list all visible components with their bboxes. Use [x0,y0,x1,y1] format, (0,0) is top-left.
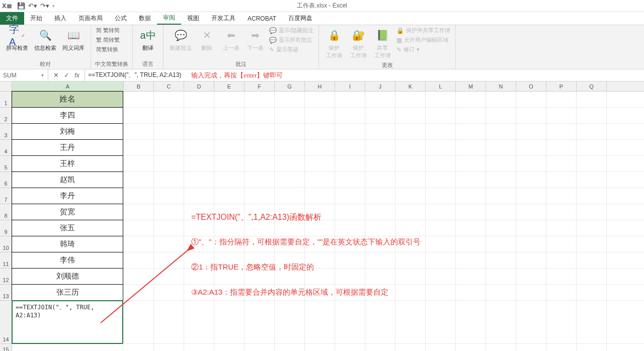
tab-home[interactable]: 开始 [24,12,48,25]
cell-A15[interactable] [12,343,123,351]
conv-button[interactable]: 简繁转换 [95,45,121,54]
annotation-3: ③A2:A13：指需要合并内容的单元格区域，可根据需要自定 [191,288,388,297]
spelling-button[interactable]: 字A✓ 拼写检查 [4,26,30,53]
row-header-9[interactable]: 9 [0,220,12,236]
protect-wb-button[interactable]: 🔐 保护 工作簿 [347,26,369,60]
save-icon[interactable]: 💾 [17,2,25,10]
row-header-11[interactable]: 11 [0,252,12,269]
row-header-10[interactable]: 10 [0,236,12,252]
row-header-7[interactable]: 7 [0,188,12,204]
tab-acrobat[interactable]: ACROBAT [242,12,282,25]
column-header-J[interactable]: J [365,81,395,91]
select-all-corner[interactable] [0,81,12,91]
share-wb-button[interactable]: 📗 共享 工作簿 [371,26,393,60]
show-all-comments-button[interactable]: 💬显示所有批注 [268,36,314,44]
cell-A12[interactable]: 刘顺德 [12,268,123,285]
row-header-1[interactable]: 1 [0,92,12,108]
row-header-8[interactable]: 8 [0,204,12,220]
column-header-O[interactable]: O [516,81,546,91]
row-header-2[interactable]: 2 [0,108,12,124]
cell-A10[interactable]: 韩琦 [12,236,123,252]
cell-A7[interactable]: 李丹 [12,188,123,204]
tab-formulas[interactable]: 公式 [109,12,133,25]
column-header-Q[interactable]: Q [577,81,607,91]
tab-layout[interactable]: 页面布局 [72,12,109,25]
cell-A5[interactable]: 王梓 [12,155,123,172]
row-header-14[interactable]: 14 [0,301,12,344]
cell-A9[interactable]: 张五 [12,220,123,236]
column-header-C[interactable]: C [154,81,184,91]
enter-icon[interactable]: ✓ [64,71,69,79]
delete-comment-button[interactable]: ✕ 删除 [196,26,218,53]
column-header-P[interactable]: P [546,81,577,91]
cell-A8[interactable]: 贺宽 [12,204,123,220]
column-header-E[interactable]: E [214,81,245,91]
protect-share-button[interactable]: 🔒保护并共享工作簿 [395,26,451,35]
new-comment-button[interactable]: 💬 新建批注 [168,26,194,53]
column-header-B[interactable]: B [124,81,154,91]
translate-button[interactable]: a中 翻译 [137,26,159,53]
column-header-G[interactable]: G [275,81,305,91]
excel-icon: X≣ [2,2,12,10]
allow-edit-button[interactable]: ▦允许用户编辑区域 [395,36,451,44]
comments-icon: 💬 [269,37,277,44]
quick-access-toolbar: X≣ 💾 ↶▾ ↷▾ ▾ [2,2,55,10]
cell-A3[interactable]: 刘梅 [12,123,123,140]
spreadsheet-grid[interactable]: ABCDEFGHIJKLMNOPQ 1姓名2李四3刘梅4王丹5王梓6赵凯7李丹8… [0,81,644,351]
ribbon-group-changes: 🔒 保护 工作表 🔐 保护 工作簿 📗 共享 工作簿 🔒保护并共享工作簿 ▦允许… [319,25,456,69]
cell-A14-editing[interactable]: ==TEXTJOIN("、", TRUE, A2:A13) [12,300,123,344]
thesaurus-icon: 📖 [65,27,82,43]
tab-view[interactable]: 视图 [181,12,205,25]
prev-comment-button[interactable]: ⬅ 上一条 [220,26,242,53]
thesaurus-button[interactable]: 📖 同义词库 [60,26,87,53]
column-header-D[interactable]: D [184,81,214,91]
cell-A4[interactable]: 王丹 [12,139,123,156]
ribbon: 字A✓ 拼写检查 🔍 信息检索 📖 同义词库 校对 简 繁转简 繁 简转繁 简繁… [0,25,644,69]
row-header-6[interactable]: 6 [0,172,12,188]
cell-A1[interactable]: 姓名 [12,91,123,108]
row-header-4[interactable]: 4 [0,140,12,156]
research-button[interactable]: 🔍 信息检索 [32,26,58,53]
row-header-15[interactable]: 15 [0,344,12,351]
s2t-button[interactable]: 简 繁转简 [95,26,121,35]
row-header-13[interactable]: 13 [0,285,12,301]
tab-dev[interactable]: 开发工具 [205,12,242,25]
column-header-H[interactable]: H [305,81,335,91]
cancel-icon[interactable]: ✕ [53,71,59,79]
cell-A2[interactable]: 李四 [12,107,123,124]
column-header-F[interactable]: F [245,81,275,91]
column-header-N[interactable]: N [486,81,516,91]
column-header-M[interactable]: M [456,81,486,91]
tab-insert[interactable]: 插入 [48,12,72,25]
row-header-5[interactable]: 5 [0,156,12,172]
next-comment-button[interactable]: ➡ 下一条 [244,26,266,53]
show-comment-button[interactable]: 💬显示/隐藏批注 [268,26,314,35]
translate-icon: a中 [140,27,156,43]
cell-A13[interactable]: 张三历 [12,284,123,301]
cell-A11[interactable]: 李伟 [12,252,123,269]
row-header-3[interactable]: 3 [0,124,12,140]
column-header-A[interactable]: A [12,81,124,91]
protect-sheet-button[interactable]: 🔒 保护 工作表 [323,26,345,60]
spelling-icon: 字A✓ [9,27,25,43]
column-header-L[interactable]: L [426,81,456,91]
namebox-dropdown-icon[interactable]: ▼ [40,73,45,78]
redo-icon[interactable]: ↷▾ [40,2,49,10]
tab-review[interactable]: 审阅 [157,12,181,25]
formula-input[interactable]: ==TEXTJOIN("、", TRUE, A2:A13) 输入完成，再按【en… [85,69,644,81]
tab-baidu[interactable]: 百度网盘 [282,12,318,25]
undo-icon[interactable]: ↶▾ [28,2,37,10]
qat-customize-icon[interactable]: ▾ [52,4,55,9]
tab-data[interactable]: 数据 [133,12,157,25]
row-header-12[interactable]: 12 [0,269,12,285]
column-header-K[interactable]: K [395,81,426,91]
annotation-2: ②1：指TRUE，忽略空值，时固定的 [191,262,314,272]
cell-A6[interactable]: 赵凯 [12,171,123,188]
show-ink-button[interactable]: ✎显示墨迹 [268,45,314,54]
track-changes-button[interactable]: ✎修订 ▾ [395,45,451,54]
fx-icon[interactable]: fx [74,71,79,79]
name-box[interactable]: SUM ▼ [0,69,48,81]
t2s-button[interactable]: 繁 简转繁 [95,36,121,44]
column-header-I[interactable]: I [335,81,365,91]
allow-edit-icon: ▦ [396,37,402,44]
